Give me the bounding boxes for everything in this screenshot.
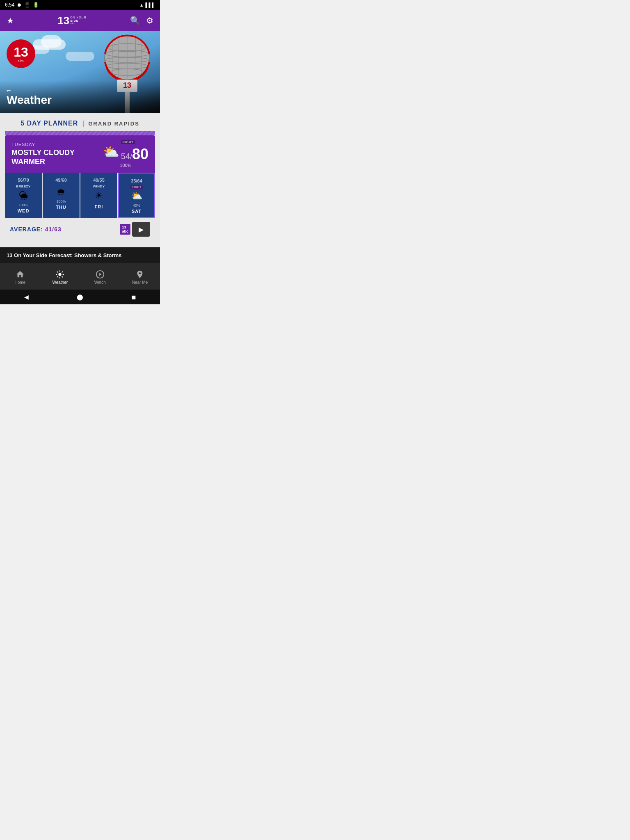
forecast-sat[interactable]: 35/64 NIGHT ⛅ 40% SAT bbox=[118, 173, 155, 218]
today-night-temp: NIGHT 54 / 80 bbox=[121, 140, 148, 163]
location-icon bbox=[135, 270, 144, 279]
weather-section: 5 DAY PLANNER | GRAND RAPIDS TUESDAY MOS… bbox=[0, 113, 160, 247]
sat-label: SAT bbox=[132, 209, 142, 214]
svg-point-15 bbox=[59, 273, 62, 276]
bottom-nav: Home Weather Watch Near Me bbox=[0, 263, 160, 290]
play-button[interactable]: ▶ bbox=[132, 222, 150, 237]
nav-home[interactable]: Home bbox=[0, 270, 40, 285]
channel-logo-small: 13abc bbox=[120, 224, 130, 235]
sat-night-badge: NIGHT bbox=[130, 185, 143, 189]
svg-marker-17 bbox=[99, 273, 102, 276]
favorite-button[interactable]: ★ bbox=[7, 16, 14, 25]
night-badge: NIGHT bbox=[121, 140, 135, 144]
today-condition-1: MOSTLY CLOUDY bbox=[11, 148, 75, 158]
four-day-forecast: 56/70 BREEZY 🌦 100% WED 49/60 🌧 100% THU… bbox=[5, 173, 155, 218]
planner-separator: | bbox=[82, 120, 84, 127]
hero-section-title: ⌐ Weather bbox=[7, 87, 52, 107]
system-nav: ◀ ⬤ ◼ bbox=[0, 290, 160, 304]
planner-title: 5 DAY PLANNER bbox=[21, 120, 78, 127]
thu-label: THU bbox=[56, 205, 66, 210]
status-right: ▲ ▌▌▌ bbox=[139, 2, 155, 7]
thu-icon: 🌧 bbox=[57, 187, 66, 197]
hero-banner: 13 13 abc ⌐ Weather bbox=[0, 31, 160, 113]
back-button[interactable]: ◀ bbox=[24, 294, 29, 300]
wed-icon: 🌦 bbox=[19, 190, 28, 201]
logo-number: 13 bbox=[57, 15, 69, 26]
wed-temps: 56/70 bbox=[18, 176, 29, 183]
nav-watch[interactable]: Watch bbox=[80, 270, 120, 285]
fri-temps: 40/55 bbox=[93, 176, 105, 183]
article-title: 13 On Your Side Forecast: Showers & Stor… bbox=[7, 252, 122, 258]
time: 6:54 bbox=[5, 2, 14, 8]
wed-condition: BREEZY bbox=[16, 185, 30, 188]
home-button[interactable]: ⬤ bbox=[77, 294, 83, 300]
forecast-wed[interactable]: 56/70 BREEZY 🌦 100% WED bbox=[5, 173, 42, 218]
fri-condition: WINDY bbox=[93, 185, 105, 188]
planner-location: GRAND RAPIDS bbox=[88, 121, 139, 127]
signal-icon: ▌▌▌ bbox=[146, 2, 155, 7]
today-weather-card[interactable]: TUESDAY MOSTLY CLOUDY WARMER ⛅ NIGHT 54 … bbox=[5, 135, 155, 173]
today-day-name: TUESDAY bbox=[11, 142, 75, 147]
fri-icon: ☀ bbox=[95, 190, 103, 201]
today-left-info: TUESDAY MOSTLY CLOUDY WARMER bbox=[11, 142, 75, 166]
nav-near-me-label: Near Me bbox=[132, 280, 148, 285]
channel-logo-area: 13abc ▶ bbox=[120, 222, 150, 237]
fri-label: FRI bbox=[95, 204, 103, 209]
nav-weather[interactable]: Weather bbox=[40, 270, 80, 285]
today-icon-area: ⛅ NIGHT 54 / 80 bbox=[103, 140, 148, 163]
average-row: AVERAGE: 41/63 13abc ▶ bbox=[5, 218, 155, 241]
nav-actions: 🔍 ⚙ bbox=[130, 16, 153, 25]
thu-precip: 100% bbox=[56, 199, 66, 203]
home-icon bbox=[16, 270, 25, 279]
search-button[interactable]: 🔍 bbox=[130, 16, 140, 25]
weather-icon bbox=[55, 270, 64, 279]
app-logo: 13 ON YOUR SIDE abc bbox=[57, 15, 86, 26]
settings-button[interactable]: ⚙ bbox=[146, 16, 153, 25]
sat-temps: 35/64 bbox=[131, 177, 142, 184]
forecast-thu[interactable]: 49/60 🌧 100% THU bbox=[43, 173, 80, 218]
battery-icon: 🔋 bbox=[33, 2, 39, 8]
today-right-info: ⛅ NIGHT 54 / 80 100% bbox=[103, 140, 148, 168]
average-temps: 41/63 bbox=[45, 226, 62, 233]
average-label: AVERAGE: 41/63 bbox=[10, 226, 62, 233]
nav-weather-label: Weather bbox=[52, 280, 68, 285]
status-bar: 6:54 ⏺ 📱 🔋 ▲ ▌▌▌ bbox=[0, 0, 160, 10]
top-nav: ★ 13 ON YOUR SIDE abc 🔍 ⚙ bbox=[0, 10, 160, 31]
logo-on-your: ON YOUR bbox=[70, 16, 87, 19]
sat-precip: 40% bbox=[133, 203, 140, 208]
logo-side: SIDE bbox=[70, 19, 87, 23]
thu-temps: 49/60 bbox=[55, 176, 67, 183]
hero-logo-circle: 13 abc bbox=[7, 39, 35, 68]
wed-label: WED bbox=[18, 208, 30, 213]
sat-icon: ⛅ bbox=[131, 191, 142, 201]
status-left: 6:54 ⏺ 📱 🔋 bbox=[5, 2, 39, 8]
watch-icon bbox=[96, 270, 105, 279]
nav-home-label: Home bbox=[14, 280, 25, 285]
sim-icon: 📱 bbox=[24, 2, 30, 8]
logo-abc: abc bbox=[70, 22, 87, 25]
today-temp-display: 54 / 80 bbox=[121, 146, 148, 163]
recording-icon: ⏺ bbox=[17, 2, 22, 8]
today-precip: 100% bbox=[120, 163, 131, 168]
today-high: 80 bbox=[132, 146, 148, 163]
today-weather-icon: ⛅ bbox=[103, 144, 119, 160]
today-condition-2: WARMER bbox=[11, 158, 75, 167]
five-day-header: 5 DAY PLANNER | GRAND RAPIDS bbox=[5, 120, 155, 127]
nav-near-me[interactable]: Near Me bbox=[120, 270, 160, 285]
recents-button[interactable]: ◼ bbox=[131, 294, 136, 300]
article-teaser[interactable]: 13 On Your Side Forecast: Showers & Stor… bbox=[0, 247, 160, 263]
nav-watch-label: Watch bbox=[94, 280, 106, 285]
wed-precip: 100% bbox=[18, 203, 28, 207]
forecast-fri[interactable]: 40/55 WINDY ☀ FRI bbox=[80, 173, 117, 218]
wifi-icon: ▲ bbox=[139, 2, 144, 7]
today-low: 54 bbox=[121, 152, 130, 161]
stripe-divider bbox=[5, 131, 155, 135]
